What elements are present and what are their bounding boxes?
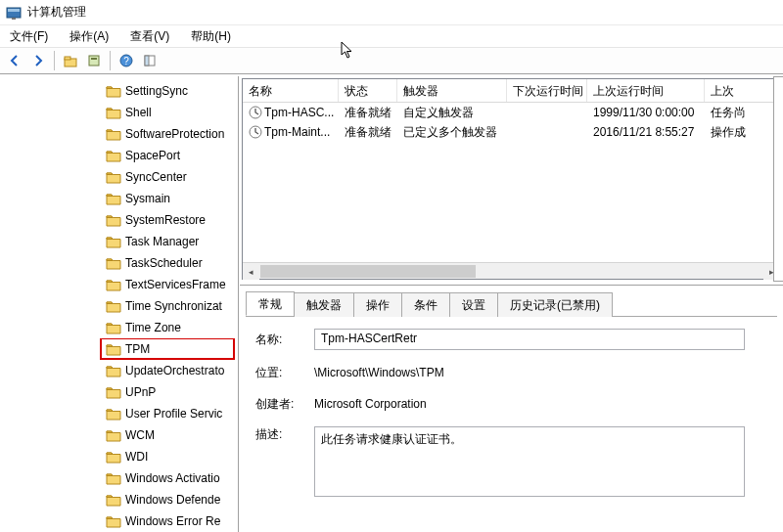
help-button[interactable]: ? [115, 50, 137, 71]
general-form: 名称: Tpm-HASCertRetr 位置: \Microsoft\Windo… [246, 317, 777, 522]
tab-settings[interactable]: 设置 [449, 292, 498, 317]
tree-item[interactable]: SpacePort [0, 145, 238, 166]
field-description[interactable]: 此任务请求健康认证证书。 [314, 426, 745, 497]
app-icon [6, 5, 22, 21]
tree-item[interactable]: TextServicesFrame [0, 274, 238, 295]
tree-item[interactable]: UpdateOrchestrato [0, 360, 238, 381]
tree-item-label: SystemRestore [125, 213, 206, 227]
cell-trigger: 自定义触发器 [397, 103, 507, 123]
folder-icon [106, 84, 121, 98]
tree-item-label: Task Manager [125, 235, 199, 248]
tree-item-label: SoftwareProtection [125, 127, 224, 141]
tab-history[interactable]: 历史记录(已禁用) [497, 292, 613, 317]
toolbar-separator [110, 51, 111, 70]
svg-rect-6 [91, 58, 97, 60]
tab-general[interactable]: 常规 [246, 291, 295, 316]
tree-item[interactable]: User Profile Servic [0, 403, 238, 424]
tree-item[interactable]: SyncCenter [0, 166, 238, 188]
tree-item[interactable]: Sysmain [0, 188, 238, 209]
svg-rect-2 [12, 18, 16, 20]
tree-item-label: UPnP [125, 385, 156, 399]
tree-item[interactable]: Windows Defende [0, 489, 238, 510]
tab-conditions[interactable]: 条件 [401, 292, 450, 317]
menu-action[interactable]: 操作(A) [66, 26, 113, 47]
folder-icon [106, 407, 121, 421]
value-location: \Microsoft\Windows\TPM [314, 364, 767, 381]
cell-next [507, 111, 587, 114]
up-button[interactable] [60, 50, 81, 71]
tree-item-label: User Profile Servic [125, 407, 222, 421]
tree-item[interactable]: SettingSync [0, 80, 238, 102]
menu-view[interactable]: 查看(V) [126, 26, 173, 47]
show-hide-button[interactable] [139, 50, 161, 71]
field-name[interactable]: Tpm-HASCertRetr [314, 329, 745, 350]
title-bar: 计算机管理 [0, 0, 783, 25]
tree-item[interactable]: TPM [0, 338, 238, 360]
task-row[interactable]: Tpm-Maint...准备就绪已定义多个触发器2016/11/21 8:55:… [243, 122, 780, 142]
tree-item[interactable]: Windows Activatio [0, 467, 238, 489]
cell-result: 操作成 [705, 122, 780, 143]
tree-item[interactable]: Windows Error Re [0, 510, 238, 532]
folder-icon [106, 106, 121, 119]
task-icon [249, 106, 262, 119]
label-name: 名称: [255, 332, 314, 348]
task-row[interactable]: Tpm-HASC...准备就绪自定义触发器1999/11/30 0:00:00任… [243, 103, 780, 122]
tree-item-label: SpacePort [125, 149, 180, 162]
folder-icon [106, 428, 121, 442]
back-button[interactable] [4, 50, 25, 71]
menu-help[interactable]: 帮助(H) [187, 26, 235, 47]
tab-strip: 常规 触发器 操作 条件 设置 历史记录(已禁用) [246, 291, 777, 317]
tree-item-label: TaskScheduler [125, 256, 203, 270]
cell-name: Tpm-Maint... [243, 123, 339, 142]
cell-next [507, 130, 587, 134]
folder-icon [106, 342, 121, 356]
col-next[interactable]: 下次运行时间 [507, 79, 587, 102]
cell-status: 准备就绪 [339, 122, 397, 143]
tree-item-label: SyncCenter [125, 170, 187, 184]
col-result[interactable]: 上次 [705, 79, 780, 102]
cell-name: Tpm-HASC... [243, 104, 339, 122]
tree-item-label: Windows Defende [125, 493, 220, 507]
label-description: 描述: [255, 426, 314, 443]
horizontal-scrollbar[interactable]: ◂ ▸ [243, 262, 780, 279]
forward-button[interactable] [27, 50, 49, 71]
tree[interactable]: SettingSyncShellSoftwareProtectionSpaceP… [0, 76, 238, 532]
tab-actions[interactable]: 操作 [353, 292, 402, 317]
tree-item-label: WCM [125, 428, 155, 442]
tab-triggers[interactable]: 触发器 [294, 292, 354, 317]
svg-text:?: ? [123, 56, 129, 66]
col-name[interactable]: 名称 [243, 79, 339, 102]
tree-item-label: UpdateOrchestrato [125, 364, 224, 377]
tree-item-label: Shell [125, 106, 152, 119]
tree-item[interactable]: WCM [0, 424, 238, 446]
tree-item-label: Time Zone [125, 321, 181, 334]
col-status[interactable]: 状态 [339, 79, 397, 102]
tree-item[interactable]: Task Manager [0, 231, 238, 252]
tree-item[interactable]: WDI [0, 446, 238, 467]
cell-status: 准备就绪 [339, 103, 397, 123]
list-header: 名称 状态 触发器 下次运行时间 上次运行时间 上次 [243, 79, 780, 103]
scroll-left-arrow[interactable]: ◂ [243, 263, 259, 280]
tree-item[interactable]: Time Synchronizat [0, 295, 238, 317]
tree-item[interactable]: Time Zone [0, 317, 238, 338]
label-location: 位置: [255, 365, 314, 381]
col-last[interactable]: 上次运行时间 [587, 79, 705, 102]
task-icon [249, 125, 262, 139]
tree-item[interactable]: UPnP [0, 381, 238, 403]
toolbar-separator [54, 51, 55, 70]
menu-file[interactable]: 文件(F) [6, 26, 52, 47]
toolbar: ? [0, 47, 783, 74]
tree-item[interactable]: TaskScheduler [0, 252, 238, 274]
properties-button[interactable] [83, 50, 105, 71]
list-body[interactable]: Tpm-HASC...准备就绪自定义触发器1999/11/30 0:00:00任… [243, 103, 780, 262]
cell-result: 任务尚 [705, 103, 780, 123]
tree-item[interactable]: SystemRestore [0, 209, 238, 231]
folder-icon [106, 321, 121, 334]
tree-item[interactable]: Shell [0, 102, 238, 123]
tree-item-label: Sysmain [125, 192, 170, 205]
col-trigger[interactable]: 触发器 [397, 79, 507, 102]
folder-icon [106, 471, 121, 485]
tree-item[interactable]: SoftwareProtection [0, 123, 238, 145]
folder-icon [106, 127, 121, 141]
scroll-thumb[interactable] [260, 265, 476, 278]
